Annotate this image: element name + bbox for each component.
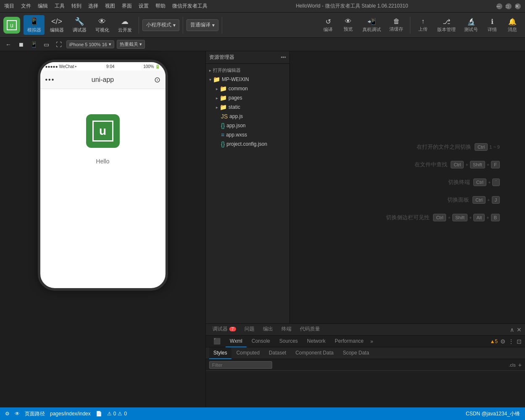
upload-button[interactable]: ↑ 上传 bbox=[414, 16, 432, 34]
file-item-static[interactable]: ▸ 📁 static bbox=[206, 102, 289, 112]
version-mgmt-button[interactable]: ⎇ 版本管理 bbox=[434, 16, 459, 34]
menu-item-select[interactable]: 选择 bbox=[88, 3, 98, 10]
filter-input[interactable] bbox=[209, 361, 272, 369]
tab-code-quality-label: 代码质量 bbox=[300, 326, 320, 333]
editor-button[interactable]: </> 编辑器 bbox=[46, 16, 67, 35]
cls-badge: .cls bbox=[509, 362, 516, 368]
common-chevron: ▸ bbox=[216, 87, 218, 91]
tab-performance-label: Performance bbox=[335, 338, 364, 344]
mode-dropdown[interactable]: 小程序模式 ▾ bbox=[142, 19, 179, 31]
maximize-button[interactable]: □ bbox=[506, 3, 512, 9]
key-j-4: J bbox=[492, 196, 500, 204]
menu-bar[interactable]: 项目 文件 编辑 工具 转到 选择 视图 界面 设置 帮助 微信开发者工具 bbox=[4, 3, 207, 10]
menu-item-tools[interactable]: 工具 bbox=[55, 3, 65, 10]
tab-wxml[interactable]: Wxml bbox=[226, 336, 247, 347]
devtools-menu-icon[interactable]: ⋮ bbox=[508, 338, 514, 345]
common-label: common bbox=[228, 86, 248, 92]
message-button[interactable]: 🔔 消息 bbox=[503, 16, 522, 34]
subtab-computed[interactable]: Computed bbox=[232, 347, 264, 359]
close-button[interactable]: ✕ bbox=[515, 3, 521, 9]
compile-label: 普通编译 bbox=[190, 21, 210, 29]
simulator-button[interactable]: 📱 模拟器 bbox=[24, 15, 45, 35]
tab-sources[interactable]: Sources bbox=[275, 336, 302, 347]
nav-more-icon[interactable]: ⊙ bbox=[154, 75, 160, 84]
stop-button[interactable]: ⏹ bbox=[16, 39, 26, 50]
subtab-dataset[interactable]: Dataset bbox=[265, 347, 290, 359]
menu-item-project[interactable]: 项目 bbox=[4, 3, 14, 10]
preview-button[interactable]: 👁 预览 bbox=[339, 16, 357, 34]
subtab-styles[interactable]: Styles bbox=[209, 347, 231, 359]
open-editors-header[interactable]: ▸ 打开的编辑器 bbox=[206, 66, 289, 75]
fullscreen-button[interactable]: ⛶ bbox=[54, 39, 64, 50]
file-tree-menu-icon[interactable]: ••• bbox=[281, 55, 286, 60]
test-button[interactable]: 🔬 测试号 bbox=[461, 16, 481, 34]
compile-dropdown[interactable]: 普通编译 ▾ bbox=[186, 19, 218, 31]
menu-item-goto[interactable]: 转到 bbox=[71, 3, 81, 10]
key-alt-5: Alt bbox=[473, 214, 485, 221]
device-label: iPhone 5 100% 16 bbox=[69, 42, 107, 47]
cloud-button[interactable]: ☁ 云开发 bbox=[114, 15, 135, 35]
window-title: HelloWorld - 微信开发者工具 Stable 1.06.2210310 bbox=[296, 3, 408, 10]
tab-output[interactable]: 编出 bbox=[260, 324, 276, 336]
file-item-appwxss[interactable]: ≡ app.wxss bbox=[206, 130, 289, 139]
shortcut-desc-4: 切换面板 bbox=[447, 196, 469, 204]
tab-wxml-label: Wxml bbox=[230, 338, 242, 344]
right-panel: 资源管理器 ••• ▸ 打开的编辑器 ▾ 📁 MP-WEIXIN bbox=[206, 51, 525, 407]
devtools-settings-icon[interactable]: ⚙ bbox=[500, 338, 506, 345]
tab-inspect[interactable]: ⬛ bbox=[209, 336, 225, 347]
status-file-icon[interactable]: 📄 bbox=[96, 411, 102, 417]
window-controls[interactable]: ─ □ ✕ bbox=[496, 3, 521, 9]
subtab-scope-data[interactable]: Scope Data bbox=[339, 347, 373, 359]
subtab-scope-data-label: Scope Data bbox=[343, 350, 369, 356]
phone-portrait-button[interactable]: 📱 bbox=[29, 39, 39, 50]
real-machine-button[interactable]: 📲 真机调试 bbox=[359, 16, 384, 34]
status-settings-icon[interactable]: ⚙ bbox=[5, 411, 10, 417]
key-shift-2: Shift bbox=[470, 161, 485, 168]
cloud-label: 云开发 bbox=[118, 27, 132, 33]
menu-item-edit[interactable]: 编辑 bbox=[38, 3, 48, 10]
tab-network[interactable]: Network bbox=[303, 336, 330, 347]
menu-item-file[interactable]: 文件 bbox=[21, 3, 31, 10]
subtab-component-data[interactable]: Component Data bbox=[291, 347, 338, 359]
devtools-more-icon[interactable]: » bbox=[369, 339, 375, 344]
tab-debugger[interactable]: 调试器 7 bbox=[209, 324, 239, 336]
menu-item-view[interactable]: 视图 bbox=[105, 3, 115, 10]
tab-console[interactable]: Console bbox=[247, 336, 274, 347]
debug-collapse-icon[interactable]: ∧ bbox=[510, 326, 514, 333]
file-item-appjs[interactable]: JS app.js bbox=[206, 112, 289, 121]
tab-code-quality[interactable]: 代码质量 bbox=[297, 324, 323, 336]
clear-cache-button[interactable]: 🗑 清缓存 bbox=[386, 16, 407, 34]
back-button[interactable]: ← bbox=[3, 39, 13, 50]
message-icon: 🔔 bbox=[508, 18, 517, 26]
debugger-button[interactable]: 🔧 调试器 bbox=[69, 15, 90, 35]
detail-button[interactable]: ℹ 详情 bbox=[483, 16, 501, 34]
file-item-common[interactable]: ▸ 📁 common bbox=[206, 84, 289, 93]
devtools-detach-icon[interactable]: ⊡ bbox=[517, 338, 522, 345]
menu-item-settings[interactable]: 设置 bbox=[139, 3, 149, 10]
hotzone-button[interactable]: 热重截关 ▾ bbox=[117, 40, 145, 49]
minimize-button[interactable]: ─ bbox=[496, 3, 502, 9]
file-item-appjson[interactable]: {} app.json bbox=[206, 121, 289, 130]
debug-close-icon[interactable]: ✕ bbox=[517, 326, 522, 333]
menu-item-wechat[interactable]: 微信开发者工具 bbox=[172, 3, 207, 10]
visualize-button[interactable]: 👁 可视化 bbox=[92, 16, 113, 35]
phone-landscape-button[interactable]: ▭ bbox=[41, 39, 51, 50]
nav-dots[interactable]: ••• bbox=[45, 76, 55, 84]
upload-icon: ↑ bbox=[421, 18, 425, 25]
device-selector[interactable]: iPhone 5 100% 16 ▾ bbox=[66, 40, 114, 48]
compile-button[interactable]: ↺ 编译 bbox=[319, 16, 337, 34]
menu-item-ui[interactable]: 界面 bbox=[122, 3, 132, 10]
tab-terminal[interactable]: 终端 bbox=[278, 324, 295, 336]
project-header[interactable]: ▾ 📁 MP-WEIXIN bbox=[206, 75, 289, 84]
devtools-tabs-bar: ⬛ Wxml Console Sources Network Performan… bbox=[206, 336, 525, 347]
tab-terminal-label: 终端 bbox=[281, 326, 291, 333]
status-eye-icon[interactable]: 👁 bbox=[15, 411, 20, 417]
tab-issues[interactable]: 问题 bbox=[241, 324, 258, 336]
add-style-button[interactable]: + bbox=[518, 362, 522, 368]
file-item-projectconfig[interactable]: {} project.config.json bbox=[206, 139, 289, 149]
debug-tabs-right: ∧ ✕ bbox=[510, 326, 522, 333]
file-item-pages[interactable]: ▸ 📁 pages bbox=[206, 93, 289, 102]
tab-performance[interactable]: Performance bbox=[331, 336, 368, 347]
secondary-toolbar: ← ⏹ 📱 ▭ ⛶ iPhone 5 100% 16 ▾ 热重截关 ▾ bbox=[0, 38, 525, 51]
menu-item-help[interactable]: 帮助 bbox=[155, 3, 165, 10]
